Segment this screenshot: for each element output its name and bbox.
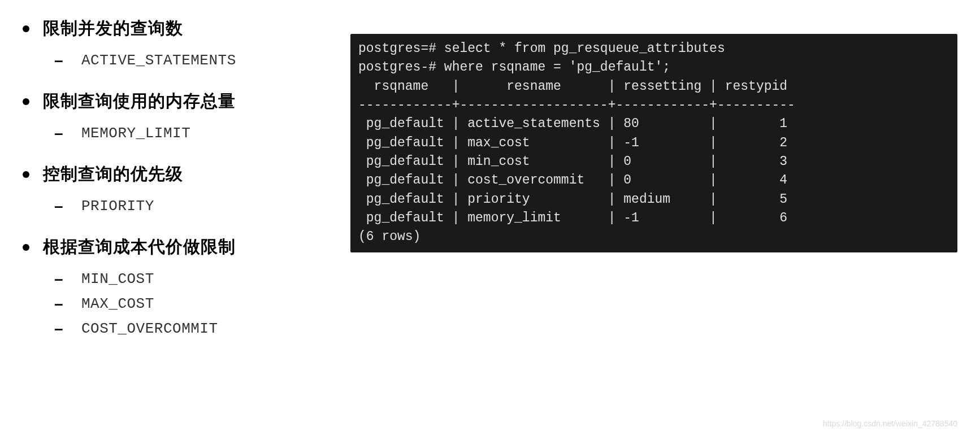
terminal-row: pg_default | min_cost | 0 | 3 xyxy=(358,154,787,169)
sub-label: MIN_COST xyxy=(81,271,154,287)
sub-item: – COST_OVERCOMMIT xyxy=(54,320,316,338)
sub-label: COST_OVERCOMMIT xyxy=(81,320,218,337)
sub-label: PRIORITY xyxy=(81,198,154,215)
dash-icon: – xyxy=(54,295,66,313)
terminal-line: postgres-# where rsqname = 'pg_default'; xyxy=(358,60,670,75)
bullet-icon xyxy=(23,25,29,32)
sub-label: ACTIVE_STATEMENTS xyxy=(81,52,236,69)
terminal-separator: ------------+-------------------+-------… xyxy=(358,98,795,112)
dash-icon: – xyxy=(54,320,66,338)
terminal-row: pg_default | max_cost | -1 | 2 xyxy=(358,136,787,150)
bullet-icon xyxy=(23,98,29,105)
dash-icon: – xyxy=(54,124,66,142)
dash-icon: – xyxy=(54,270,66,288)
sub-item: – MAX_COST xyxy=(54,295,316,313)
dash-icon: – xyxy=(54,197,66,215)
bullet-title: 限制并发的查询数 xyxy=(43,17,183,40)
bullet-icon xyxy=(23,171,29,178)
sub-item: – ACTIVE_STATEMENTS xyxy=(54,51,316,69)
bullet-icon xyxy=(23,244,29,251)
terminal-row: pg_default | priority | medium | 5 xyxy=(358,192,787,207)
dash-icon: – xyxy=(54,51,66,69)
bullet-section-3: 控制查询的优先级 – PRIORITY xyxy=(23,163,316,215)
bullet-title: 限制查询使用的内存总量 xyxy=(43,90,236,113)
sub-item: – MEMORY_LIMIT xyxy=(54,124,316,142)
bullet-section-2: 限制查询使用的内存总量 – MEMORY_LIMIT xyxy=(23,90,316,142)
bullet-title: 根据查询成本代价做限制 xyxy=(43,236,236,259)
bullet-section-1: 限制并发的查询数 – ACTIVE_STATEMENTS xyxy=(23,17,316,69)
watermark: https://blog.csdn.net/weixin_42788540 xyxy=(823,419,957,428)
terminal-output: postgres=# select * from pg_resqueue_att… xyxy=(350,34,957,252)
sub-item: – MIN_COST xyxy=(54,270,316,288)
terminal-row: pg_default | active_statements | 80 | 1 xyxy=(358,116,787,131)
terminal-header: rsqname | resname | ressetting | restypi… xyxy=(358,79,787,94)
bullet-list: 限制并发的查询数 – ACTIVE_STATEMENTS 限制查询使用的内存总量… xyxy=(23,11,316,358)
terminal-footer: (6 rows) xyxy=(358,229,420,244)
bullet-title: 控制查询的优先级 xyxy=(43,163,183,186)
sub-label: MEMORY_LIMIT xyxy=(81,125,190,142)
sub-item: – PRIORITY xyxy=(54,197,316,215)
terminal-row: pg_default | cost_overcommit | 0 | 4 xyxy=(358,173,787,188)
terminal-line: postgres=# select * from pg_resqueue_att… xyxy=(358,41,725,56)
bullet-section-4: 根据查询成本代价做限制 – MIN_COST – MAX_COST – COST… xyxy=(23,236,316,338)
terminal-row: pg_default | memory_limit | -1 | 6 xyxy=(358,211,787,225)
sub-label: MAX_COST xyxy=(81,295,154,312)
